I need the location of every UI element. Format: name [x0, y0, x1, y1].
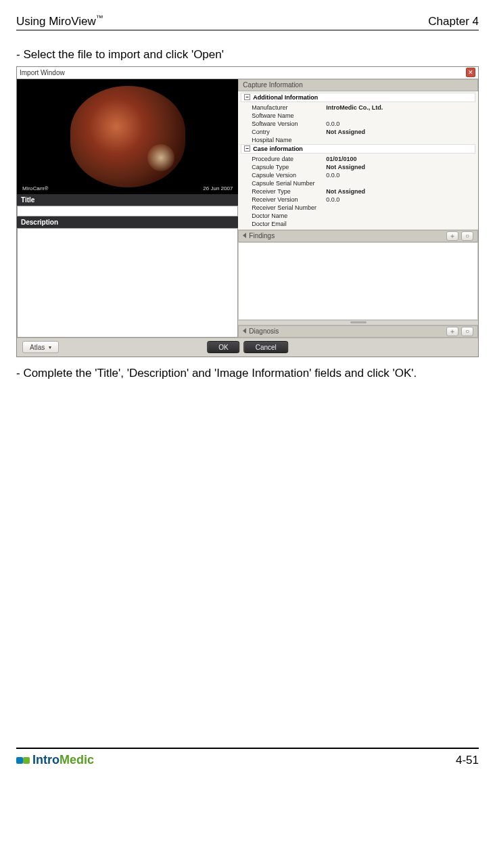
chapter-label: Chapter 4	[428, 15, 479, 28]
group2-label: Case information	[253, 145, 303, 152]
row-doctor-name: Doctor Name	[238, 212, 478, 220]
diagnosis-header: Diagnosis ＋ ○	[238, 325, 478, 338]
caret-down-icon: ▾	[49, 344, 51, 350]
row-hospital: Hospital Name	[238, 136, 478, 144]
trademark-symbol: ™	[96, 14, 103, 22]
group1-label: Additional Information	[253, 94, 318, 101]
collapse-icon[interactable]: −	[244, 94, 250, 100]
page-header: Using MiroView™ Chapter 4	[16, 14, 479, 30]
caption-device: MiroCam®	[22, 185, 48, 191]
findings-title: Findings	[249, 232, 275, 239]
diagnosis-title: Diagnosis	[249, 327, 279, 335]
findings-list[interactable]	[238, 242, 478, 320]
capture-info-title: Capture Information	[243, 81, 302, 89]
row-procedure-date: Procedure date01/01/0100	[238, 155, 478, 163]
window-title-text: Import Window	[20, 69, 65, 76]
close-icon[interactable]: ✕	[466, 68, 475, 77]
endoscope-image	[70, 86, 185, 187]
info-panel: − Additional Information ManufacturerInt…	[238, 91, 478, 230]
right-panel: Capture Information − Additional Informa…	[238, 79, 478, 338]
collapse-icon[interactable]: −	[244, 145, 250, 152]
title-label: Title	[17, 194, 238, 206]
group-case-info[interactable]: − Case information	[241, 144, 475, 154]
chevron-down-icon[interactable]	[243, 328, 246, 334]
doc-title: Using MiroView™	[16, 14, 103, 28]
add-diagnosis-button[interactable]: ＋	[446, 327, 458, 336]
remove-finding-button[interactable]: ○	[461, 231, 473, 241]
row-software-version: Software Version0.0.0	[238, 120, 478, 128]
image-caption: MiroCam® 26 Jun 2007	[22, 185, 233, 191]
title-input[interactable]	[17, 206, 238, 216]
window-titlebar: Import Window ✕	[17, 67, 478, 79]
ok-button[interactable]: OK	[207, 341, 239, 353]
logo-medic: Medic	[60, 753, 94, 767]
description-label: Description	[17, 216, 238, 228]
atlas-button[interactable]: Atlas ▾	[22, 341, 59, 353]
clover-icon	[16, 757, 30, 764]
findings-header: Findings ＋ ○	[238, 230, 478, 242]
row-capsule-version: Capsule Version0.0.0	[238, 171, 478, 179]
row-capsule-type: Capsule TypeNot Assigned	[238, 163, 478, 171]
splitter-handle[interactable]	[238, 320, 478, 325]
doc-title-text: Using MiroView	[16, 15, 96, 28]
caption-date: 26 Jun 2007	[203, 185, 233, 191]
row-receiver-version: Receiver Version0.0.0	[238, 196, 478, 204]
intromedic-logo: IntroMedic	[16, 753, 94, 767]
row-capsule-serial: Capsule Serial Number	[238, 179, 478, 187]
import-window: Import Window ✕ MiroCam® 26 Jun 2007 Tit…	[16, 66, 479, 357]
instruction-step-2: - Complete the 'Title', 'Description' an…	[16, 364, 479, 382]
row-doctor-email: Doctor Email	[238, 220, 478, 228]
image-preview: MiroCam® 26 Jun 2007	[17, 79, 238, 194]
chevron-down-icon[interactable]	[243, 233, 246, 238]
page-number: 4-51	[456, 754, 479, 767]
remove-diagnosis-button[interactable]: ○	[461, 327, 473, 336]
row-receiver-serial: Receiver Serial Number	[238, 204, 478, 212]
left-panel: MiroCam® 26 Jun 2007 Title Description	[17, 79, 238, 338]
row-manufacturer: ManufacturerIntroMedic Co., Ltd.	[238, 104, 478, 112]
page-footer: IntroMedic 4-51	[16, 748, 479, 767]
group-additional-info[interactable]: − Additional Information	[241, 93, 475, 102]
add-finding-button[interactable]: ＋	[446, 231, 458, 241]
row-country: ContryNot Assigned	[238, 128, 478, 136]
atlas-label: Atlas	[30, 344, 45, 351]
logo-intro: Intro	[32, 753, 60, 767]
capture-info-header: Capture Information	[238, 79, 478, 91]
cancel-button[interactable]: Cancel	[244, 341, 288, 353]
row-receiver-type: Receiver TypeNot Assigned	[238, 187, 478, 196]
description-input[interactable]	[17, 228, 238, 338]
row-software-name: Software Name	[238, 112, 478, 120]
dialog-footer: Atlas ▾ OK Cancel	[17, 338, 478, 357]
instruction-step-1: - Select the file to import and click 'O…	[16, 45, 479, 64]
